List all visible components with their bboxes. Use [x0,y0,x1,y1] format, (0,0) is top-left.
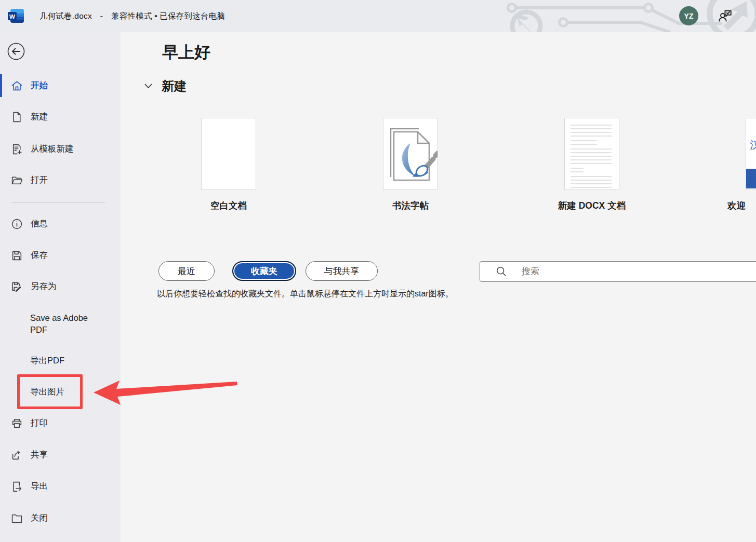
save-icon [11,250,23,262]
sidebar-item-label: 打开 [31,174,48,186]
sidebar-item-save[interactable]: 保存 [0,244,121,267]
avatar[interactable]: YZ [679,6,698,25]
search-icon [496,266,507,277]
sidebar-item-export-pdf[interactable]: 导出PDF [0,349,121,372]
main-content: 早上好 新建 空白文档 [121,32,756,542]
template-card-blank[interactable] [201,118,256,190]
sidebar-item-print[interactable]: 打印 [0,412,121,435]
word-backstage-window: W 几何试卷.docx - 兼容性模式 • 已保存到这台电脑 YZ [0,0,756,542]
sidebar-item-label: Save as Adobe PDF [30,312,88,336]
document-title: 几何试卷.docx - 兼容性模式 • 已保存到这台电脑 [39,0,225,32]
home-icon [11,80,23,92]
sidebar-item-save-as-adobe-pdf[interactable]: Save as Adobe PDF [0,312,88,336]
sidebar-item-label: 关闭 [31,512,48,524]
back-button[interactable] [7,43,25,60]
svg-text:W: W [9,13,15,20]
welcome-preview-bar [746,169,756,188]
contact-feedback-button[interactable] [715,6,736,26]
tab-label: 收藏夹 [251,265,277,277]
tab-label: 与我共享 [324,265,360,277]
sidebar-item-close[interactable]: 关闭 [0,507,121,530]
favorites-hint-text: 以后你想要轻松查找的收藏夹文件。单击鼠标悬停在文件上方时显示的star图标。 [157,289,454,300]
template-label-welcome[interactable]: 欢迎 [727,199,746,212]
word-app-icon[interactable]: W [7,7,24,24]
template-card-calligraphy[interactable] [383,118,438,190]
calligraphy-brush-icon [383,118,438,190]
tab-shared-with-me[interactable]: 与我共享 [306,261,378,281]
sidebar-item-open[interactable]: 打开 [0,169,121,192]
new-document-icon [11,111,23,123]
person-feedback-icon [717,7,734,25]
title-separator: - [100,11,103,21]
sidebar-item-info[interactable]: 信息 [0,212,121,235]
sidebar-item-label: 信息 [31,218,48,229]
new-section-header[interactable]: 新建 [144,78,187,94]
search-input[interactable] [521,266,718,277]
sidebar-item-save-as[interactable]: 另存为 [0,275,121,298]
sidebar-divider [11,202,105,203]
avatar-initials: YZ [684,12,694,20]
sidebar-item-home[interactable]: 开始 [0,74,121,97]
chevron-down-icon [144,84,152,89]
folder-close-icon [11,512,23,524]
greeting-title: 早上好 [162,42,210,63]
welcome-preview-char: 汉 [750,138,756,152]
arrow-left-icon [12,49,20,55]
printer-icon [11,417,23,429]
sidebar-item-new-from-template[interactable]: 从模板新建 [0,138,121,160]
sidebar-item-label: 另存为 [31,281,57,292]
tab-label: 最近 [178,265,195,277]
template-document-icon [11,143,23,155]
tab-favorites[interactable]: 收藏夹 [232,261,296,281]
sidebar-item-label: 保存 [31,250,48,261]
sidebar-item-export[interactable]: 导出 [0,475,121,498]
document-name: 几何试卷.docx [39,11,92,22]
sidebar-item-label: 共享 [31,449,48,460]
document-status: 兼容性模式 • 已保存到这台电脑 [111,11,225,22]
template-label-blank[interactable]: 空白文档 [210,199,247,212]
tab-recent[interactable]: 最近 [158,261,215,281]
sidebar-item-label: 从模板新建 [31,143,74,155]
template-card-new-docx[interactable] [564,118,619,190]
sidebar-item-share[interactable]: 共享 [0,443,121,466]
template-label-new-docx[interactable]: 新建 DOCX 文档 [558,199,626,212]
sidebar-item-label: 开始 [31,80,48,91]
annotation-rectangle [17,374,83,409]
open-folder-icon [11,174,23,186]
sidebar-item-label: 新建 [31,111,48,123]
sidebar-item-new[interactable]: 新建 [0,105,121,128]
template-card-welcome[interactable]: 汉 [746,118,756,190]
sidebar-item-label: 导出PDF [30,355,64,367]
sidebar: 开始 新建 从模板新建 打开 [0,32,121,542]
search-box[interactable] [480,261,756,282]
info-icon [11,218,23,230]
titlebar: W 几何试卷.docx - 兼容性模式 • 已保存到这台电脑 YZ [0,0,756,32]
share-icon [11,449,23,461]
new-section-title: 新建 [162,78,187,94]
template-label-calligraphy[interactable]: 书法字帖 [392,199,429,212]
save-as-icon [11,281,23,293]
export-icon [11,481,23,493]
sidebar-item-label: 导出 [31,481,48,492]
sidebar-item-label: 打印 [31,417,48,429]
document-preview-lines [565,118,619,190]
